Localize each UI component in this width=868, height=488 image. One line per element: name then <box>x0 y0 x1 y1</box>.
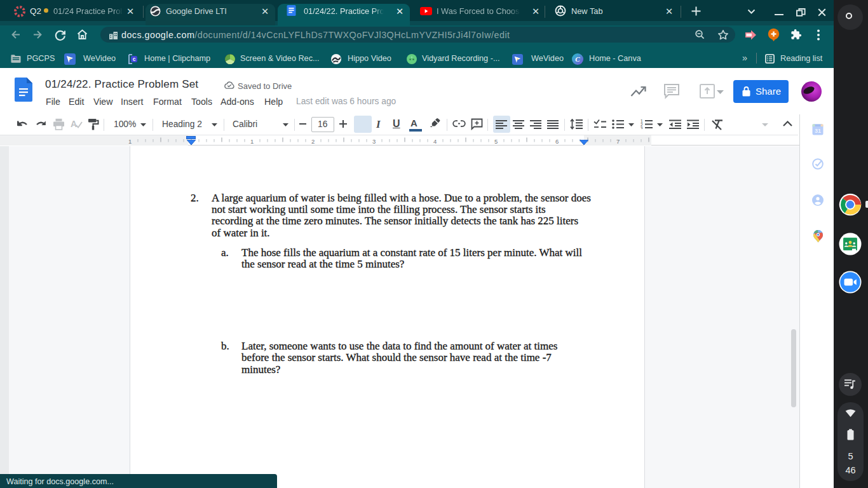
svg-text:31: 31 <box>815 128 821 134</box>
